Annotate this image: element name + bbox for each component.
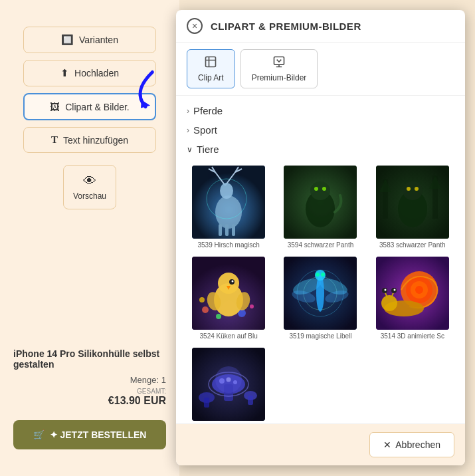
image-item-chick[interactable]: 3524 Küken auf Blu <box>187 257 270 340</box>
image-item-panther1[interactable]: 3594 schwarzer Panth <box>278 166 362 249</box>
svg-point-52 <box>316 273 320 277</box>
clipart-icon: 🖼 <box>50 101 60 112</box>
text-label: Text hinzufügen <box>63 135 128 146</box>
svg-point-20 <box>322 187 326 191</box>
svg-point-34 <box>250 304 254 308</box>
premium-tab-label: Premium-Bilder <box>252 73 307 82</box>
image-label-snail: 3514 3D animierte Sc <box>381 332 444 340</box>
cancel-button[interactable]: ✕ Abbrechen <box>369 432 454 457</box>
svg-rect-12 <box>219 224 222 236</box>
close-icon: × <box>192 21 197 31</box>
preview-button[interactable]: 👁 Vorschau <box>63 165 116 209</box>
image-label-dragonfly: 3519 magische Libell <box>290 332 352 340</box>
image-item-panther2[interactable]: 3583 schwarzer Panth <box>371 166 454 249</box>
clipart-tab-icon <box>204 55 217 70</box>
svg-rect-14 <box>232 224 235 236</box>
pferde-label: Pferde <box>193 105 223 116</box>
svg-rect-78 <box>248 396 253 405</box>
svg-point-32 <box>216 314 221 319</box>
preview-label: Vorschau <box>73 191 106 201</box>
order-label: ✦ JETZT BESTELLEN <box>50 429 147 440</box>
svg-point-73 <box>233 380 237 384</box>
modal-clipart: × CLIPART & PREMIUM-BILDER Clip Art Pr <box>176 10 465 465</box>
cart-icon: 🛒 <box>33 429 45 440</box>
svg-point-72 <box>219 378 225 384</box>
image-thumb-chick <box>192 257 265 330</box>
modal-tabs: Clip Art Premium-Bilder <box>176 43 465 96</box>
image-grid: 3539 Hirsch magisch <box>187 159 454 423</box>
tab-clipart[interactable]: Clip Art <box>187 49 235 88</box>
image-thumb-mushroom <box>192 348 265 421</box>
product-info: iPhone 14 Pro Silikonhülle selbst gestal… <box>13 342 166 414</box>
image-item-mushroom[interactable] <box>187 348 270 423</box>
tiere-label: Tiere <box>197 144 219 155</box>
varianten-button[interactable]: 🔲 Varianten <box>23 27 156 53</box>
upload-icon: ⬆ <box>60 67 69 79</box>
clipart-label: Clipart & Bilder. <box>65 102 129 112</box>
hochladen-label: Hochladen <box>74 68 119 78</box>
svg-point-24 <box>407 187 411 191</box>
image-label-panther1: 3594 schwarzer Panth <box>288 241 354 249</box>
modal-header: × CLIPART & PREMIUM-BILDER <box>176 10 465 43</box>
quantity-value: 1 <box>161 375 166 385</box>
text-button[interactable]: T Text hinzufügen <box>23 127 156 153</box>
svg-rect-1 <box>206 57 216 67</box>
svg-point-39 <box>232 281 234 283</box>
image-thumb-panther2 <box>376 166 449 239</box>
svg-point-25 <box>415 187 419 191</box>
tiere-chevron: ∨ <box>187 145 193 154</box>
sidebar-bottom: iPhone 14 Pro Silikonhülle selbst gestal… <box>13 342 166 463</box>
modal-title: CLIPART & PREMIUM-BILDER <box>211 21 361 32</box>
svg-point-11 <box>220 183 233 199</box>
svg-point-35 <box>199 297 205 302</box>
clipart-tab-label: Clip Art <box>198 73 224 82</box>
image-thumb-snail <box>376 257 449 330</box>
svg-point-65 <box>384 289 386 291</box>
category-pferde[interactable]: › Pferde <box>187 101 454 120</box>
svg-point-37 <box>218 273 239 294</box>
svg-point-66 <box>393 289 395 291</box>
text-icon: T <box>51 134 58 146</box>
image-item-snail[interactable]: 3514 3D animierte Sc <box>371 257 454 340</box>
cancel-icon: ✕ <box>383 439 391 450</box>
premium-tab-icon <box>272 55 286 70</box>
svg-point-31 <box>202 306 209 313</box>
category-tiere[interactable]: ∨ Tiere <box>187 140 454 159</box>
svg-point-18 <box>310 181 330 200</box>
quantity-display: Menge: 1 <box>13 375 166 385</box>
svg-point-60 <box>381 295 397 311</box>
pferde-chevron: › <box>187 106 189 116</box>
quantity-label: Menge: <box>130 375 159 385</box>
image-item-dragonfly[interactable]: 3519 magische Libell <box>278 257 362 340</box>
eye-icon: 👁 <box>83 174 96 189</box>
svg-point-23 <box>403 181 423 200</box>
svg-point-53 <box>321 273 325 277</box>
tab-premium[interactable]: Premium-Bilder <box>240 49 318 88</box>
modal-footer: ✕ Abbrechen <box>176 423 465 465</box>
sport-chevron: › <box>187 126 189 135</box>
total-label: GESAMT: <box>13 388 166 395</box>
image-label-deer: 3539 Hirsch magisch <box>197 241 259 249</box>
category-sport[interactable]: › Sport <box>187 120 454 140</box>
svg-rect-76 <box>204 398 209 408</box>
order-button[interactable]: 🛒 ✦ JETZT BESTELLEN <box>13 420 166 449</box>
svg-point-58 <box>415 286 423 294</box>
sport-label: Sport <box>193 124 217 136</box>
image-thumb-deer <box>192 166 265 239</box>
svg-rect-2 <box>274 57 284 65</box>
cancel-label: Abbrechen <box>395 439 440 450</box>
varianten-icon: 🔲 <box>61 34 74 46</box>
image-label-chick: 3524 Küken auf Blu <box>200 332 258 340</box>
svg-rect-13 <box>225 224 229 236</box>
total-price: €13.90 EUR <box>13 395 166 407</box>
image-label-panther2: 3583 schwarzer Panth <box>379 241 446 249</box>
svg-point-74 <box>227 378 231 382</box>
svg-point-19 <box>314 187 318 191</box>
image-thumb-dragonfly <box>284 257 357 330</box>
close-button[interactable]: × <box>187 18 203 34</box>
product-title: iPhone 14 Pro Silikonhülle selbst gestal… <box>13 348 166 370</box>
categories-list: › Pferde › Sport ∨ Tiere <box>176 96 465 423</box>
image-item-deer[interactable]: 3539 Hirsch magisch <box>187 166 270 249</box>
varianten-label: Varianten <box>79 35 118 45</box>
image-thumb-panther1 <box>284 166 357 239</box>
